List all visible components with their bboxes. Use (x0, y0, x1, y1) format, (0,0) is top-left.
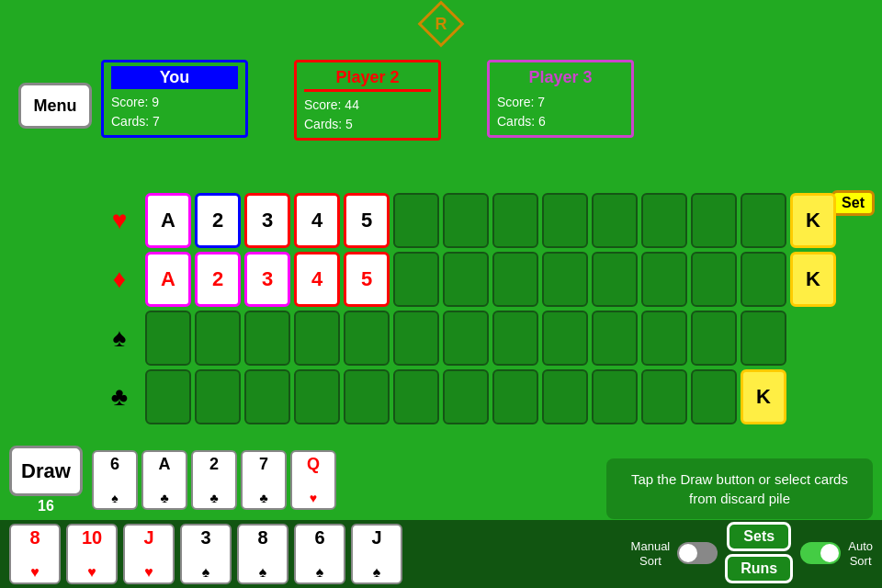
manual-sort-toggle[interactable] (677, 542, 718, 564)
card-hearts-a[interactable]: A (145, 193, 191, 248)
discard-suit-3: ♣ (259, 491, 267, 505)
grid-slot (641, 193, 687, 248)
grid-slot (641, 369, 687, 424)
hand-card-1[interactable]: 10 ♥ (66, 524, 118, 584)
player-p2-cards: Cards: 5 (304, 115, 431, 134)
grid-slot (592, 311, 638, 366)
card-diamonds-5[interactable]: 5 (344, 252, 390, 307)
toggle-knob (679, 544, 697, 562)
discard-card-0[interactable]: 6 ♠ (92, 450, 138, 510)
grid-row-clubs: ♣ K (101, 369, 873, 424)
grid-slot (691, 369, 737, 424)
player-p3-cards: Cards: 6 (497, 112, 624, 131)
discard-card-1[interactable]: A ♣ (141, 450, 187, 510)
card-diamonds-a[interactable]: A (145, 252, 191, 307)
grid-slot (145, 369, 191, 424)
grid-slot (492, 193, 538, 248)
hand-area: 8 ♥ 10 ♥ J ♥ 3 ♠ 8 ♠ 6 ♠ J ♠ ManualSort … (0, 520, 882, 588)
player-you-cards: Cards: 7 (111, 112, 238, 131)
card-hearts-5[interactable]: 5 (344, 193, 390, 248)
discard-num-0: 6 (110, 455, 119, 474)
discard-suit-4: ♥ (310, 491, 317, 505)
draw-count: 16 (38, 498, 54, 514)
club-suit-icon: ♣ (101, 377, 138, 417)
card-hearts-k[interactable]: K (790, 193, 836, 248)
player-you-score: Score: 9 (111, 93, 238, 112)
card-hearts-4[interactable]: 4 (294, 193, 340, 248)
grid-slot (691, 252, 737, 307)
grid-slot (443, 193, 489, 248)
grid-slot (592, 369, 638, 424)
grid-slot (145, 311, 191, 366)
hand-card-4[interactable]: 8 ♠ (237, 524, 288, 584)
card-grid: ♥ A 2 3 4 5 K ♦ A 2 3 4 5 (101, 193, 873, 424)
auto-sort-toggle[interactable] (800, 542, 841, 564)
card-clubs-k[interactable]: K (741, 369, 786, 424)
discard-num-2: 2 (209, 455, 219, 474)
player-panel-p2: Player 2 Score: 44 Cards: 5 (294, 60, 441, 141)
card-diamonds-2[interactable]: 2 (195, 252, 241, 307)
grid-slot (294, 369, 340, 424)
grid-slot (492, 369, 538, 424)
grid-slot (592, 252, 638, 307)
grid-slot (542, 311, 588, 366)
hand-card-5[interactable]: 6 ♠ (294, 524, 345, 584)
card-hearts-2[interactable]: 2 (195, 193, 241, 248)
discard-card-3[interactable]: 7 ♣ (241, 450, 287, 510)
grid-slot (542, 369, 588, 424)
grid-slot (741, 252, 786, 307)
grid-slot (393, 252, 439, 307)
grid-slot (195, 369, 241, 424)
sort-buttons: Sets Runs (725, 522, 793, 586)
discard-card-4[interactable]: Q ♥ (290, 450, 336, 510)
grid-slot (195, 311, 241, 366)
player-p2-name: Player 2 (304, 66, 431, 92)
draw-button[interactable]: Draw (9, 446, 83, 496)
grid-slot (542, 193, 588, 248)
grid-slot (741, 311, 786, 366)
grid-slot (492, 311, 538, 366)
logo-diamond: R (418, 1, 465, 48)
grid-slot (741, 193, 786, 248)
player-p3-score: Score: 7 (497, 93, 624, 112)
discard-num-3: 7 (259, 455, 268, 474)
hand-card-2[interactable]: J ♥ (123, 524, 175, 584)
card-diamonds-3[interactable]: 3 (244, 252, 290, 307)
grid-slot (443, 311, 489, 366)
menu-button[interactable]: Menu (18, 83, 92, 129)
grid-slot (592, 193, 638, 248)
grid-slot (393, 193, 439, 248)
draw-button-container: Draw 16 (9, 446, 83, 514)
grid-slot (393, 369, 439, 424)
player-you-name: You (111, 66, 238, 89)
discard-num-1: A (159, 455, 171, 474)
sets-sort-button[interactable]: Sets (727, 522, 791, 551)
instruction-box: Tap the Draw button or select cards from… (606, 458, 873, 519)
discard-card-2[interactable]: 2 ♣ (191, 450, 237, 510)
hand-card-6[interactable]: J ♠ (351, 524, 402, 584)
discard-suit-0: ♠ (111, 491, 118, 505)
discard-num-4: Q (307, 455, 320, 474)
grid-row-diamonds: ♦ A 2 3 4 5 K (101, 252, 873, 307)
heart-suit-icon: ♥ (101, 200, 138, 241)
card-hearts-3[interactable]: 3 (244, 193, 290, 248)
card-diamonds-4[interactable]: 4 (294, 252, 340, 307)
toggle-knob (820, 544, 839, 562)
grid-slot (244, 369, 290, 424)
player-p3-name: Player 3 (497, 66, 624, 89)
grid-slot (492, 252, 538, 307)
grid-slot (393, 311, 439, 366)
grid-slot (244, 311, 290, 366)
grid-row-spades: ♠ (101, 311, 873, 366)
grid-row-hearts: ♥ A 2 3 4 5 K (101, 193, 873, 248)
player-panel-you: You Score: 9 Cards: 7 (101, 60, 248, 138)
player-p2-score: Score: 44 (304, 96, 431, 115)
card-diamonds-k[interactable]: K (790, 252, 836, 307)
runs-sort-button[interactable]: Runs (725, 554, 793, 583)
hand-card-3[interactable]: 3 ♠ (180, 524, 232, 584)
diamond-suit-icon: ♦ (101, 259, 138, 300)
draw-area: Draw 16 6 ♠ A ♣ 2 ♣ 7 ♣ Q ♥ (9, 446, 336, 514)
grid-slot (294, 311, 340, 366)
manual-sort-label: ManualSort (631, 539, 671, 568)
hand-card-0[interactable]: 8 ♥ (9, 524, 61, 584)
